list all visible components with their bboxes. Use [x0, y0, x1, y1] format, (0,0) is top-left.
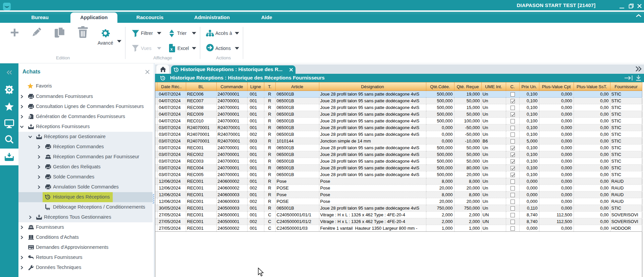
svg-text:x: x: [170, 47, 173, 52]
